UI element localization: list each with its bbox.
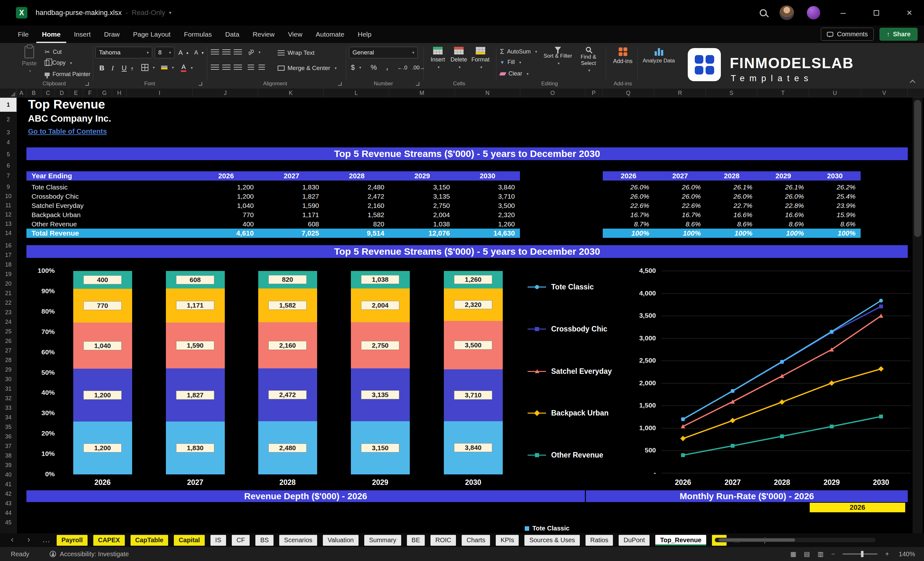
value-cell[interactable]: 770 xyxy=(193,210,259,219)
value-cell[interactable]: 1,038 xyxy=(389,219,455,229)
pct-cell[interactable]: 26.0% xyxy=(654,192,706,201)
pct-header-2027[interactable]: 2027 xyxy=(654,171,706,180)
year-input-cell[interactable]: 2026 xyxy=(810,503,905,512)
value-cell[interactable]: 1,260 xyxy=(455,219,520,229)
value-cell[interactable]: 3,840 xyxy=(455,182,520,192)
table-of-contents-link[interactable]: Go to Table of Contents xyxy=(28,128,107,136)
value-cell[interactable]: 1,171 xyxy=(259,210,324,219)
row-label-other-revenue[interactable]: Other Revenue xyxy=(26,219,193,229)
sheet-tab-summary[interactable]: Summary xyxy=(364,535,401,546)
legend-item-crossbody-chic[interactable]: Crossbody Chic xyxy=(528,324,607,333)
total-value-cell[interactable]: 12,076 xyxy=(389,229,455,238)
pct-total-cell[interactable]: 100% xyxy=(603,229,654,238)
row-label-satchel-everyday[interactable]: Satchel Everyday xyxy=(26,201,193,210)
pct-header-2029[interactable]: 2029 xyxy=(758,171,809,180)
zoom-slider[interactable] xyxy=(843,554,878,555)
sheet-tab-cf[interactable]: CF xyxy=(232,535,250,546)
pct-cell[interactable]: 23.9% xyxy=(809,201,861,210)
pct-cell[interactable]: 8.6% xyxy=(758,219,809,229)
value-cell[interactable]: 400 xyxy=(193,219,259,229)
value-cell[interactable]: 3,135 xyxy=(389,192,455,201)
sheet-tab-dupont[interactable]: DuPont xyxy=(619,535,650,546)
value-cell[interactable]: 3,150 xyxy=(389,182,455,192)
value-cell[interactable]: 1,590 xyxy=(259,201,324,210)
vertical-scrollbar-thumb[interactable] xyxy=(914,100,921,237)
pct-cell[interactable]: 22.6% xyxy=(603,201,654,210)
row-label-crossbody-chic[interactable]: Crossbody Chic xyxy=(26,192,193,201)
company-name[interactable]: ABC Company Inc. xyxy=(28,113,111,124)
zoom-out-button[interactable]: − xyxy=(831,550,835,558)
value-cell[interactable]: 2,160 xyxy=(324,201,389,210)
zoom-in-button[interactable]: + xyxy=(885,550,889,558)
value-cell[interactable]: 1,830 xyxy=(259,182,324,192)
sheet-tab-is[interactable]: IS xyxy=(210,535,226,546)
pct-cell[interactable]: 8.6% xyxy=(706,219,758,229)
page-title[interactable]: Top Revenue xyxy=(28,98,105,111)
pct-header-2030[interactable]: 2030 xyxy=(809,171,861,180)
total-value-cell[interactable]: 7,025 xyxy=(259,229,324,238)
value-cell[interactable]: 1,200 xyxy=(193,182,259,192)
pct-total-cell[interactable]: 100% xyxy=(654,229,706,238)
value-cell[interactable]: 1,040 xyxy=(193,201,259,210)
page-break-view-icon[interactable]: ▥ xyxy=(818,550,824,558)
pct-total-cell[interactable]: 100% xyxy=(758,229,809,238)
sheet-tab-valuation[interactable]: Valuation xyxy=(323,535,358,546)
pct-cell[interactable]: 26.2% xyxy=(809,182,861,192)
zoom-slider-thumb[interactable] xyxy=(861,551,864,557)
horizontal-scrollbar-thumb[interactable] xyxy=(718,538,795,542)
pct-cell[interactable]: 26.0% xyxy=(603,192,654,201)
revenue-streams-banner-chart[interactable]: Top 5 Revenue Streams ($'000) - 5 years … xyxy=(26,245,908,258)
horizontal-scrollbar[interactable] xyxy=(715,538,876,542)
table-header-2027[interactable]: 2027 xyxy=(259,171,324,180)
pct-total-cell[interactable]: 100% xyxy=(809,229,861,238)
pct-cell[interactable]: 26.1% xyxy=(706,182,758,192)
monthly-run-rate-banner[interactable]: Monthly Run-Rate ($'000) - 2026 xyxy=(586,490,908,502)
table-header-2026[interactable]: 2026 xyxy=(193,171,259,180)
row-label-tote-classic[interactable]: Tote Classic xyxy=(26,182,193,192)
value-cell[interactable]: 1,827 xyxy=(259,192,324,201)
sheet-tab-kpis[interactable]: KPIs xyxy=(496,535,519,546)
value-cell[interactable]: 2,750 xyxy=(389,201,455,210)
revenue-depth-banner[interactable]: Revenue Depth ($'000) - 2026 xyxy=(26,490,585,502)
value-cell[interactable]: 2,004 xyxy=(389,210,455,219)
zoom-level[interactable]: 140% xyxy=(897,550,915,558)
sheet-tab-top-revenue[interactable]: Top_Revenue xyxy=(655,535,706,546)
value-cell[interactable]: 608 xyxy=(259,219,324,229)
sheet-tab-sources-uses[interactable]: Sources & Uses xyxy=(524,535,579,546)
pct-cell[interactable]: 22.8% xyxy=(758,201,809,210)
legend-item-satchel-everyday[interactable]: Satchel Everyday xyxy=(528,367,612,376)
legend-item-other-revenue[interactable]: Other Revenue xyxy=(528,450,603,459)
pct-cell[interactable]: 26.0% xyxy=(654,182,706,192)
value-cell[interactable]: 2,320 xyxy=(455,210,520,219)
total-revenue-label[interactable]: Total Revenue xyxy=(26,229,193,238)
pct-cell[interactable]: 26.1% xyxy=(758,182,809,192)
revenue-streams-banner-top[interactable]: Top 5 Revenue Streams ($'000) - 5 years … xyxy=(26,147,908,160)
total-value-cell[interactable]: 9,514 xyxy=(324,229,389,238)
tabs-scroll-left-button[interactable]: ‹ xyxy=(11,535,14,544)
sheet-tab-captable[interactable]: CapTable xyxy=(130,535,168,546)
sheet-tab-capex[interactable]: CAPEX xyxy=(93,535,125,546)
sheet-tab-scenarios[interactable]: Scenarios xyxy=(279,535,317,546)
pct-cell[interactable]: 25.4% xyxy=(809,192,861,201)
sheet-tab-bs[interactable]: BS xyxy=(255,535,273,546)
row-label-backpack-urban[interactable]: Backpack Urban xyxy=(26,210,193,219)
sheet-tab-capital[interactable]: Capital xyxy=(174,535,205,546)
pct-header-2028[interactable]: 2028 xyxy=(706,171,758,180)
legend-item-backpack-urban[interactable]: Backpack Urban xyxy=(528,408,609,417)
tabs-overflow-left-button[interactable]: … xyxy=(42,535,50,544)
pct-cell[interactable]: 8.7% xyxy=(603,219,654,229)
normal-view-icon[interactable]: ▦ xyxy=(790,550,796,558)
sheet-tab-payroll[interactable]: Payroll xyxy=(57,535,87,546)
pct-cell[interactable]: 26.0% xyxy=(758,192,809,201)
pct-cell[interactable]: 26.0% xyxy=(706,192,758,201)
value-cell[interactable]: 2,472 xyxy=(324,192,389,201)
total-value-cell[interactable]: 14,630 xyxy=(455,229,520,238)
value-cell[interactable]: 3,710 xyxy=(455,192,520,201)
pct-cell[interactable]: 22.7% xyxy=(706,201,758,210)
pct-total-cell[interactable]: 100% xyxy=(706,229,758,238)
pct-header-2026[interactable]: 2026 xyxy=(603,171,654,180)
table-header-2029[interactable]: 2029 xyxy=(389,171,455,180)
value-cell[interactable]: 1,200 xyxy=(193,192,259,201)
table-header-2030[interactable]: 2030 xyxy=(455,171,520,180)
vertical-scrollbar[interactable] xyxy=(912,98,923,533)
